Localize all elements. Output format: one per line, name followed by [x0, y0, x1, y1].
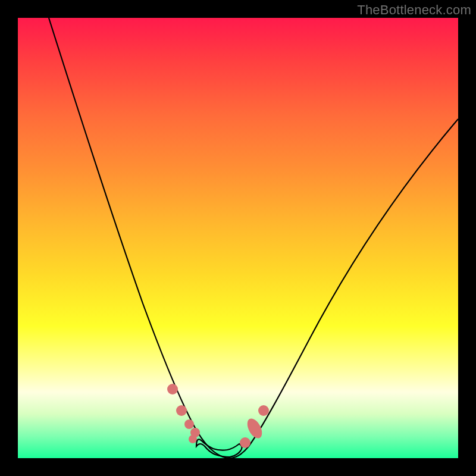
marker-right-dot-2: [258, 405, 269, 416]
chart-frame: TheBottleneck.com: [0, 0, 476, 476]
watermark-text: TheBottleneck.com: [357, 2, 471, 18]
marker-left-dot-2: [176, 405, 187, 416]
marker-bottom-worm: [196, 439, 242, 457]
plot-area: [18, 18, 458, 458]
marker-left-cluster-a: [184, 419, 194, 429]
marker-right-blob: [245, 416, 265, 440]
bottleneck-curve: [18, 18, 458, 458]
marker-right-dot-1: [240, 437, 250, 448]
curve-path: [49, 18, 458, 458]
marker-left-cluster-c: [189, 435, 197, 443]
marker-left-dot-1: [167, 384, 178, 394]
